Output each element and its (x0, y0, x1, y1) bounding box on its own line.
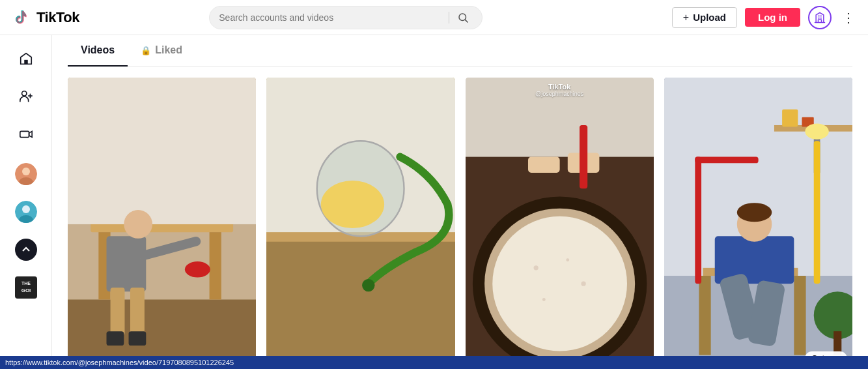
header: TikTok + Upload Log in ⋮ (0, 0, 868, 35)
logo-area: TikTok (10, 7, 115, 28)
svg-text:GOI: GOI (21, 288, 31, 293)
svg-rect-3 (24, 60, 28, 64)
svg-rect-19 (210, 232, 221, 299)
svg-rect-51 (782, 110, 798, 127)
svg-rect-64 (695, 157, 758, 164)
search-bar (209, 6, 483, 29)
tiktok-logo-icon (10, 7, 31, 28)
sidebar-item-home[interactable] (7, 43, 46, 78)
search-button[interactable] (453, 12, 473, 23)
svg-point-35 (362, 279, 374, 291)
upload-plus-icon: + (683, 12, 689, 23)
svg-rect-56 (699, 276, 710, 355)
chevron-up-icon (15, 239, 37, 261)
sidebar-item-avatar2[interactable] (7, 194, 46, 229)
more-options-button[interactable]: ⋮ (839, 7, 858, 28)
video-card-2[interactable]: ▷ 3.9M Easy automatic sandwich ... (266, 78, 455, 369)
svg-rect-57 (794, 276, 805, 355)
svg-rect-5 (20, 131, 29, 137)
video-grid: ▷ 1.6M Clean faster #lifedevice (68, 78, 852, 369)
upload-label: Upload (693, 12, 726, 23)
svg-rect-27 (107, 331, 124, 346)
tiktok-watermark: TikTok @josephmachines (535, 83, 583, 97)
svg-rect-28 (129, 331, 147, 346)
svg-point-54 (805, 124, 828, 140)
avatar-2 (15, 201, 37, 223)
svg-point-40 (492, 216, 627, 351)
sidebar: THE GOI (0, 35, 52, 369)
svg-rect-21 (107, 236, 147, 291)
tab-videos[interactable]: Videos (68, 35, 128, 66)
svg-rect-20 (68, 78, 256, 224)
svg-rect-22 (111, 288, 125, 335)
inbox-icon[interactable] (808, 6, 832, 29)
svg-point-4 (21, 91, 26, 96)
video-card-1[interactable]: ▷ 1.6M Clean faster #lifedevice (68, 78, 256, 369)
video-thumb-2: ▷ 3.9M (266, 78, 455, 369)
video-thumb-3: TikTok @josephmachines ▷ 75.5M (466, 78, 654, 369)
svg-point-42 (566, 258, 569, 261)
svg-point-10 (22, 205, 30, 213)
svg-point-44 (542, 298, 545, 301)
logo-text: TikTok (36, 9, 79, 26)
svg-point-1 (459, 14, 466, 21)
svg-point-41 (533, 265, 538, 270)
svg-point-7 (22, 168, 30, 175)
upload-button[interactable]: + Upload (672, 7, 737, 28)
svg-rect-65 (813, 141, 820, 284)
svg-rect-31 (266, 236, 455, 369)
svg-rect-23 (130, 288, 145, 335)
search-divider (449, 12, 449, 23)
svg-rect-63 (695, 157, 701, 284)
svg-text:THE: THE (21, 281, 31, 286)
svg-line-2 (466, 20, 468, 22)
layout: THE GOI Videos 🔒 Liked (0, 35, 868, 369)
svg-point-24 (124, 210, 152, 239)
sidebar-item-avatar1[interactable] (7, 156, 46, 192)
svg-point-26 (185, 261, 210, 277)
video-thumb-4: ▷ 25M Get app (664, 78, 852, 369)
tab-liked[interactable]: 🔒 Liked (128, 35, 195, 66)
svg-rect-0 (10, 7, 31, 28)
tab-videos-label: Videos (81, 44, 115, 56)
sidebar-item-live[interactable] (7, 119, 46, 154)
video-thumb-1: ▷ 1.6M (68, 78, 256, 369)
tabs: Videos 🔒 Liked (68, 35, 852, 67)
lock-icon: 🔒 (141, 46, 151, 55)
main-content: Videos 🔒 Liked (52, 35, 868, 369)
inbox-building-icon (813, 11, 826, 24)
login-button[interactable]: Log in (745, 8, 800, 27)
svg-rect-47 (580, 125, 587, 188)
svg-rect-58 (714, 236, 794, 284)
svg-point-43 (581, 282, 585, 286)
avatar-1 (15, 163, 37, 185)
header-right: + Upload Log in ⋮ (672, 6, 858, 29)
search-input[interactable] (219, 12, 445, 23)
video-card-4[interactable]: ▷ 25M Get app I #GetCrackin with my ma..… (664, 78, 852, 369)
url-bar: https://www.tiktok.com/@josephmachines/v… (0, 356, 868, 369)
sidebar-item-chevron[interactable] (7, 232, 46, 267)
tab-liked-label: Liked (155, 44, 182, 56)
sidebar-item-following[interactable] (7, 81, 46, 116)
brand-icon: THE GOI (15, 276, 37, 299)
svg-rect-45 (527, 157, 559, 173)
video-card-3[interactable]: TikTok @josephmachines ▷ 75.5M Simple pi… (466, 78, 654, 369)
live-icon (19, 127, 33, 145)
svg-point-62 (737, 203, 772, 222)
following-icon (19, 89, 33, 108)
home-icon (19, 52, 33, 70)
url-text: https://www.tiktok.com/@josephmachines/v… (5, 359, 234, 366)
search-icon (457, 12, 469, 23)
svg-point-34 (321, 181, 384, 228)
sidebar-item-brand[interactable]: THE GOI (7, 270, 46, 305)
